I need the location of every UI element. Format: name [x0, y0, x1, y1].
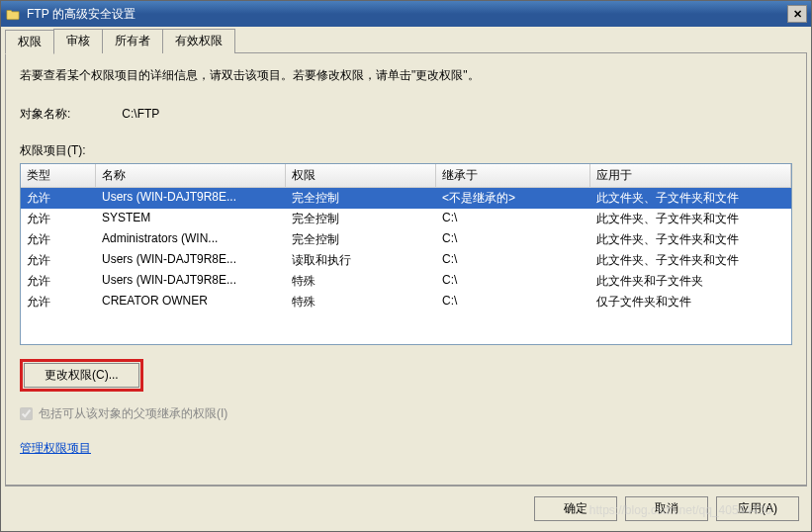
dialog-footer: 确定 取消 应用(A) [5, 486, 807, 527]
change-permissions-button[interactable]: 更改权限(C)... [24, 363, 139, 388]
col-type[interactable]: 类型 [21, 164, 96, 187]
inherit-checkbox [20, 407, 33, 420]
cell-inh: <不是继承的> [436, 188, 590, 209]
object-label: 对象名称: [20, 106, 119, 123]
cell-name: Users (WIN-DAJT9R8E... [96, 188, 286, 209]
cell-apply: 仅子文件夹和文件 [590, 292, 791, 312]
table-row[interactable]: 允许SYSTEM完全控制C:\此文件夹、子文件夹和文件 [21, 209, 791, 229]
tab-panel: 若要查看某个权限项目的详细信息，请双击该项目。若要修改权限，请单击"更改权限"。… [5, 52, 807, 486]
tab-permissions[interactable]: 权限 [5, 30, 54, 54]
cell-name: SYSTEM [96, 209, 286, 229]
window-title: FTP 的高级安全设置 [27, 6, 787, 23]
cell-perm: 完全控制 [286, 229, 436, 250]
cell-apply: 此文件夹、子文件夹和文件 [590, 188, 791, 209]
cell-apply: 此文件夹、子文件夹和文件 [590, 250, 791, 271]
cell-apply: 此文件夹、子文件夹和文件 [590, 209, 791, 229]
cell-apply: 此文件夹和子文件夹 [590, 271, 791, 292]
col-name[interactable]: 名称 [96, 164, 286, 187]
object-value: C:\FTP [122, 107, 159, 121]
close-button[interactable]: ✕ [787, 5, 807, 23]
cell-inh: C:\ [436, 292, 590, 312]
cell-apply: 此文件夹、子文件夹和文件 [590, 229, 791, 250]
instruction-text: 若要查看某个权限项目的详细信息，请双击该项目。若要修改权限，请单击"更改权限"。 [20, 67, 792, 84]
cell-perm: 特殊 [286, 292, 436, 312]
manage-permissions-link[interactable]: 管理权限项目 [20, 441, 91, 455]
cell-type: 允许 [21, 209, 96, 229]
perms-label: 权限项目(T): [20, 142, 792, 159]
tab-audit[interactable]: 审核 [53, 29, 103, 53]
col-perm[interactable]: 权限 [286, 164, 436, 187]
cell-inh: C:\ [436, 250, 590, 271]
cell-name: Users (WIN-DAJT9R8E... [96, 271, 286, 292]
cell-perm: 完全控制 [286, 188, 436, 209]
cell-inh: C:\ [436, 271, 590, 292]
cell-perm: 读取和执行 [286, 250, 436, 271]
inherit-label: 包括可从该对象的父项继承的权限(I) [39, 405, 227, 422]
cell-type: 允许 [21, 271, 96, 292]
table-row[interactable]: 允许Users (WIN-DAJT9R8E...完全控制<不是继承的>此文件夹、… [21, 188, 791, 209]
col-inh[interactable]: 继承于 [436, 164, 590, 187]
cell-name: Users (WIN-DAJT9R8E... [96, 250, 286, 271]
cell-name: CREATOR OWNER [96, 292, 286, 312]
ok-button[interactable]: 确定 [534, 496, 617, 521]
list-header: 类型 名称 权限 继承于 应用于 [21, 164, 791, 188]
object-row: 对象名称: C:\FTP [20, 106, 792, 123]
table-row[interactable]: 允许Users (WIN-DAJT9R8E...读取和执行C:\此文件夹、子文件… [21, 250, 791, 271]
titlebar: FTP 的高级安全设置 ✕ [1, 1, 811, 27]
cell-name: Administrators (WIN... [96, 229, 286, 250]
table-row[interactable]: 允许Administrators (WIN...完全控制C:\此文件夹、子文件夹… [21, 229, 791, 250]
cell-perm: 特殊 [286, 271, 436, 292]
permission-list[interactable]: 类型 名称 权限 继承于 应用于 允许Users (WIN-DAJT9R8E..… [20, 163, 792, 345]
cell-type: 允许 [21, 188, 96, 209]
cancel-button[interactable]: 取消 [625, 496, 708, 521]
inherit-row: 包括可从该对象的父项继承的权限(I) [20, 405, 792, 422]
tab-effective[interactable]: 有效权限 [162, 29, 235, 53]
cell-inh: C:\ [436, 229, 590, 250]
table-row[interactable]: 允许CREATOR OWNER特殊C:\仅子文件夹和文件 [21, 292, 791, 312]
tab-owner[interactable]: 所有者 [102, 29, 163, 53]
folder-icon [5, 6, 21, 22]
apply-button[interactable]: 应用(A) [716, 496, 799, 521]
table-row[interactable]: 允许Users (WIN-DAJT9R8E...特殊C:\此文件夹和子文件夹 [21, 271, 791, 292]
col-apply[interactable]: 应用于 [590, 164, 791, 187]
cell-type: 允许 [21, 250, 96, 271]
tab-strip: 权限 审核 所有者 有效权限 [5, 29, 807, 53]
cell-perm: 完全控制 [286, 209, 436, 229]
highlight-box: 更改权限(C)... [20, 359, 143, 392]
cell-inh: C:\ [436, 209, 590, 229]
cell-type: 允许 [21, 229, 96, 250]
cell-type: 允许 [21, 292, 96, 312]
